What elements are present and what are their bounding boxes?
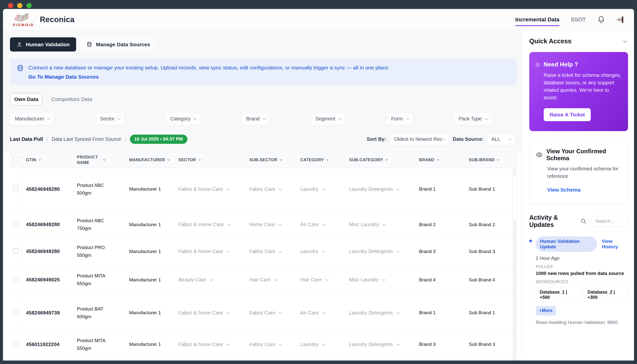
filter-segment[interactable]: Segment [310,112,346,125]
schema-card-title: View Your Confirmed Schema [546,148,621,162]
column-header-brand[interactable]: BRAND [415,152,465,168]
sector-select[interactable]: Fabric & home Care [178,186,229,192]
column-header-gtin[interactable]: GTIN [22,152,73,168]
category-select[interactable]: Laundry [300,342,324,347]
table-scrollbar[interactable] [512,168,516,361]
filter-brand[interactable]: Brand [241,112,270,125]
filter-pack-type[interactable]: Pack Type [454,112,492,125]
gtin-cell: 458246949280 [22,210,73,238]
filter-category[interactable]: Category [165,112,201,125]
sector-select[interactable]: Fabric & home Care [178,342,229,347]
sub-sector-select[interactable]: Hair Care [249,277,277,283]
datasource-chips: Database_1 | +500Database_2 | +300 [536,287,628,302]
column-header-sector[interactable]: SECTOR [174,152,245,168]
sub-category-select[interactable]: Misc Laundry [349,277,385,283]
gtin-cell: 458246949739 [22,295,73,330]
chevron-down-icon [103,158,106,161]
tab-ssot[interactable]: SSOT [571,16,586,23]
view-schema-link[interactable]: View Schema [547,187,580,192]
actions-row: Human Validation Manage Data Sources [10,37,522,52]
category-select[interactable]: Air Care [300,310,324,316]
datasource-chip[interactable]: Database_2 | +300 [584,287,628,302]
sub-sector-select[interactable]: Fabric Care [249,248,281,254]
go-to-manage-data-sources-link[interactable]: Go To Manage Data Sources [28,74,99,80]
row-checkbox[interactable] [14,341,19,346]
more-datasources-chip[interactable]: +More [536,306,556,316]
quick-access-header[interactable]: Quick Access [529,37,628,45]
category-select[interactable]: Hair Care [300,277,328,283]
chevron-down-icon [38,158,41,161]
scrollbar-thumb[interactable] [512,174,516,221]
sub-sector-select[interactable]: Home Care [249,222,281,228]
human-validation-update-badge[interactable]: Human Validation Update [536,236,597,252]
brand-cell: Brand 1 [415,168,465,210]
select-all-checkbox[interactable] [14,157,19,162]
rows-awaiting-validation: Rows Awaiting Human Validation: 8800 [536,320,628,325]
chevron-down-icon [338,117,342,120]
category-select[interactable]: Laundry [300,186,324,192]
product-name-cell: Product ABC500gm [73,168,125,210]
category-select[interactable]: Air Care [300,222,324,228]
sub-category-select[interactable]: Laundry Detergents [349,342,399,347]
banner-message: Connect a new database or manage your ex… [28,64,390,72]
need-help-card: Need Help ? Raise a ticket for schema ch… [529,52,628,131]
row-checkbox[interactable] [14,310,19,315]
sub-sector-select[interactable]: Fabric Care [249,186,281,192]
chevron-down-icon [508,137,512,140]
filter-sector[interactable]: Sector [95,112,125,125]
account-brand-mark[interactable] [616,16,624,24]
row-checkbox[interactable] [14,277,19,282]
activity-search-input[interactable] [591,216,628,227]
info-banner: Connect a new database or manage your ex… [10,58,516,85]
user-icon [16,42,22,48]
sub-category-select[interactable]: Misc Laundry [349,222,385,228]
database-icon [86,42,92,48]
filter-manufacturer[interactable]: Manufacturer [10,112,55,125]
sub-category-select[interactable]: Laundry Detergents [349,186,399,192]
manage-data-sources-button[interactable]: Manage Data Sources [80,37,157,52]
column-header-sub-brand[interactable]: SUB-BRAND [465,152,517,168]
sector-select[interactable]: Fabric & home Care [178,248,229,254]
human-validation-button[interactable]: Human Validation [10,37,76,52]
chevron-down-icon [382,223,386,226]
chevron-down-icon [396,250,400,253]
table-row: 458246949280Product PRO550gmManufacturer… [10,238,517,264]
sub-sector-select[interactable]: Fabric Care [249,310,281,316]
chevron-down-icon [396,187,400,190]
row-checkbox[interactable] [14,248,19,254]
raise-a-ticket-button[interactable]: Raise A Ticket [544,108,591,121]
column-header-sub-category[interactable]: SUB-CATEGORY [345,152,415,168]
chevron-down-icon [227,342,230,346]
sub-sector-select[interactable]: Fabric Care [249,342,281,347]
column-header-sub-sector[interactable]: SUB-SECTOR [245,152,296,168]
column-header-category[interactable]: CATEGORY [296,152,345,168]
notifications-button[interactable] [597,16,605,24]
sector-select[interactable]: Beauty Care [178,277,212,283]
close-window-icon[interactable] [8,3,13,8]
row-checkbox[interactable] [14,186,19,191]
column-header-product-name[interactable]: PRODUCT NAME [73,152,125,168]
view-history-link[interactable]: View History [602,238,628,250]
entry-datasources-label: DATASOURCES [536,280,628,284]
minimize-window-icon[interactable] [17,3,22,8]
sector-select[interactable]: Fabric & Home Care [178,222,230,228]
column-header-manufacturer[interactable]: MANUFACTURER [125,152,174,168]
last-synced-label: Data Last Synced From Source [52,136,121,142]
filter-form[interactable]: Form [386,112,413,125]
maximize-window-icon[interactable] [26,3,32,8]
data-source-select[interactable]: ALL [487,133,515,145]
header-nav: Incremental Data SSOT [515,16,624,24]
sort-by-select[interactable]: Oldest to Newest Rec [390,133,449,145]
datasource-chip[interactable]: Database_1 | +500 [536,287,580,302]
gtin-cell: 458246949025 [22,264,73,295]
tab-incremental-data[interactable]: Incremental Data [515,16,559,26]
window-controls[interactable] [8,3,32,8]
tab-own-data[interactable]: Own Data [10,93,42,106]
tab-competitors-data[interactable]: Competitors Data [52,96,92,102]
category-select[interactable]: Laundry [300,248,324,254]
chevron-down-icon [118,117,121,120]
sector-select[interactable]: Fabric & home Care [178,310,229,316]
row-checkbox[interactable] [14,222,19,227]
sub-category-select[interactable]: Laundry Detergents [349,310,399,316]
sub-category-select[interactable]: Laundry Detergents [349,248,399,254]
